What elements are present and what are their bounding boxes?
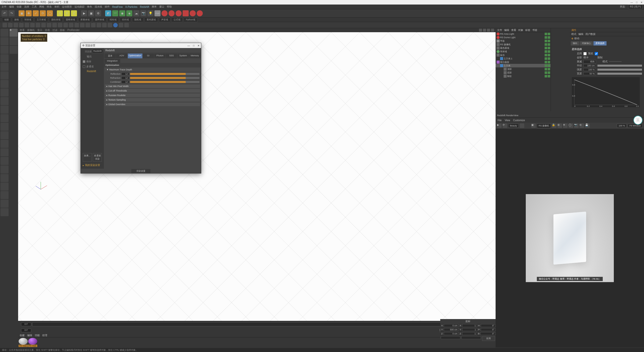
combined-field[interactable]: 12 xyxy=(122,80,129,83)
mat-create[interactable]: 创建 xyxy=(20,334,25,337)
menu-tracker[interactable]: 运动跟踪 xyxy=(74,5,85,9)
rv-zoom[interactable]: 100 % xyxy=(617,124,627,128)
reflection-field[interactable]: 12 xyxy=(122,72,129,75)
frame-field[interactable]: 0 F xyxy=(21,329,31,332)
sec-icon-6[interactable] xyxy=(30,23,35,27)
vp-camera[interactable]: 摄像机 xyxy=(27,28,35,32)
strength-slider[interactable] xyxy=(597,69,642,71)
coord-field[interactable]: 500 cm xyxy=(444,328,459,331)
enable-checkbox[interactable] xyxy=(583,52,587,55)
menu-select[interactable]: 选择 xyxy=(24,5,29,9)
om-edit[interactable]: 编辑 xyxy=(504,28,509,32)
left-redshift[interactable]: Redshift xyxy=(82,69,103,73)
falloff-graph[interactable]: 0.8 0.4 0 0.2 0.4 0.6 0.8 1.0 xyxy=(572,77,640,107)
strength-field[interactable]: 100 % xyxy=(583,68,596,71)
snap-11-icon[interactable] xyxy=(1,174,9,182)
rv-render-icon[interactable]: ▶ xyxy=(497,123,502,128)
rv-view[interactable]: View xyxy=(505,119,510,122)
menu-create[interactable]: 创建 xyxy=(17,5,22,9)
vis-render-icon[interactable] xyxy=(548,50,550,53)
lasso-icon[interactable]: ◯ xyxy=(47,10,53,16)
attr-userdata[interactable]: 用户数据 xyxy=(585,32,595,36)
vis-render-icon[interactable] xyxy=(548,57,550,60)
vis-editor-icon[interactable] xyxy=(545,61,547,63)
shelf-random-field[interactable]: 随机域 xyxy=(132,17,143,22)
deformer-icon[interactable]: ◈ xyxy=(126,10,132,16)
shelf-radial-field[interactable]: 径向域 xyxy=(120,17,131,22)
dialog-close-icon[interactable]: ✕ xyxy=(197,44,199,47)
shelf-formula-field[interactable]: 公式域 xyxy=(171,17,183,22)
vp-panel[interactable]: 面板 xyxy=(60,28,65,32)
sec-icon-11[interactable] xyxy=(58,23,62,27)
menu-file[interactable]: 文件 xyxy=(2,5,7,9)
tab-optimization[interactable]: Optimization xyxy=(128,54,142,58)
close-icon[interactable]: ✕ xyxy=(640,1,642,4)
menu-character[interactable]: 角色 xyxy=(87,5,92,9)
timeline-start[interactable]: 0 F xyxy=(21,323,31,326)
coord-field[interactable]: 1 xyxy=(462,324,477,327)
dialog-footer[interactable]: 渲染设置 xyxy=(131,169,150,173)
snap-7-icon[interactable] xyxy=(1,140,9,148)
sec-icon-15[interactable] xyxy=(80,23,85,27)
vis-render-icon[interactable] xyxy=(548,71,550,74)
menu-help[interactable]: 帮助 xyxy=(167,5,172,9)
record-3-icon[interactable] xyxy=(176,10,182,16)
attr-mode[interactable]: 模式 xyxy=(571,32,576,36)
rv-grid-icon[interactable]: ⊞ xyxy=(557,123,562,128)
rv-fit-dropdown[interactable]: Fit Window xyxy=(628,124,642,128)
scale-tool-icon[interactable]: ⤢ xyxy=(33,10,39,16)
vp-nav-3-icon[interactable] xyxy=(487,29,490,32)
left-output[interactable]: 输出 xyxy=(82,54,103,59)
coord-field[interactable]: 0° xyxy=(481,328,496,331)
shelf-cone-field[interactable]: 圆锥体域 xyxy=(64,17,77,22)
brush-icon[interactable] xyxy=(10,37,18,45)
vis-render-icon[interactable] xyxy=(548,75,550,77)
record-4-icon[interactable] xyxy=(183,10,189,16)
vis-editor-icon[interactable] xyxy=(545,43,547,46)
vis-editor-icon[interactable] xyxy=(545,54,547,56)
tab-memory[interactable]: Memory xyxy=(189,54,200,58)
width-field[interactable]: 50 % xyxy=(583,72,596,75)
effect-button[interactable]: 效果... xyxy=(83,153,92,162)
sec-icon-17[interactable] xyxy=(91,23,96,27)
material-1[interactable] xyxy=(19,338,28,345)
render-region-icon[interactable]: ▣ xyxy=(88,10,94,16)
falloff-dd[interactable]: 线性 xyxy=(583,60,596,64)
poly-mode-icon[interactable] xyxy=(1,63,9,71)
coord-field[interactable]: 0° xyxy=(480,332,496,335)
shelf-create[interactable]: 创建 xyxy=(2,17,11,22)
om-view[interactable]: 查看 xyxy=(511,28,516,32)
vis-render-icon[interactable] xyxy=(548,68,550,70)
vp-options[interactable]: 选项 xyxy=(45,28,50,32)
menu-volume[interactable]: 体积 xyxy=(54,5,59,9)
coord-field[interactable]: 1 xyxy=(462,328,477,331)
vp-nav-4-icon[interactable] xyxy=(491,29,494,32)
rv-save-icon[interactable]: 💾 xyxy=(585,123,590,128)
snap-9-icon[interactable] xyxy=(1,157,9,165)
rv-customize[interactable]: Customize xyxy=(513,119,525,122)
dialog-minimize-icon[interactable]: — xyxy=(187,44,190,47)
vp-display[interactable]: 显示 xyxy=(37,28,42,32)
sec-icon-13[interactable] xyxy=(69,23,73,27)
generator-icon[interactable]: ◉ xyxy=(119,10,125,16)
radius-slider[interactable] xyxy=(597,65,642,67)
material-2[interactable] xyxy=(28,338,37,345)
tab-system[interactable]: System xyxy=(177,54,189,58)
vis-editor-icon[interactable] xyxy=(545,50,547,53)
tab-sss[interactable]: SSS xyxy=(166,54,177,58)
sec-icon-7[interactable] xyxy=(36,23,40,27)
apply-button[interactable]: 应用 xyxy=(482,336,495,341)
point-mode-icon[interactable] xyxy=(1,46,9,54)
rv-compare-icon[interactable]: ⧉ xyxy=(580,123,584,128)
sec-icon-19[interactable] xyxy=(102,23,107,27)
vis-render-icon[interactable] xyxy=(548,61,550,63)
sec-icon-18[interactable] xyxy=(97,23,101,27)
object-row[interactable]: RS Dome Light xyxy=(496,36,551,39)
sec-icon-22[interactable] xyxy=(124,23,129,27)
snap-3-icon[interactable] xyxy=(1,106,9,114)
vis-render-icon[interactable] xyxy=(548,33,550,35)
snap-2-icon[interactable] xyxy=(1,97,9,105)
rv-aov-dropdown[interactable]: Beauty xyxy=(508,124,519,128)
dialog-maximize-icon[interactable]: □ xyxy=(193,44,194,47)
shelf-sound-field[interactable]: 声音域 xyxy=(159,17,170,22)
